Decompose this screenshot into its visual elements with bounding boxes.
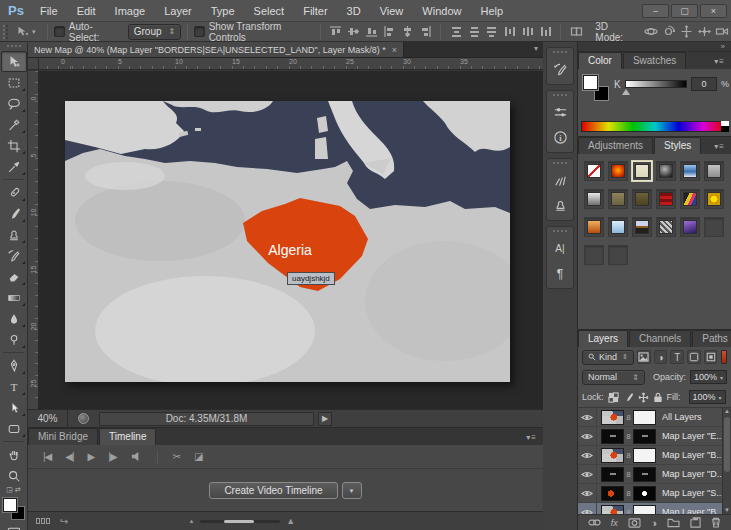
distribute-horizontal-centers-icon[interactable] [520,24,536,39]
3d-roll-icon[interactable] [661,24,677,39]
dodge-tool[interactable] [1,329,27,350]
style-swatch-dark-olive[interactable] [632,189,652,209]
color-panel-menu-icon[interactable]: ▾≡ [708,54,731,69]
auto-align-layers-icon[interactable] [568,24,584,39]
eraser-tool[interactable] [1,266,27,287]
new-layer-icon[interactable] [690,517,701,528]
audio-mute-button[interactable] [124,449,149,464]
canvas-viewport[interactable]: 0510152025 [28,71,543,409]
magic-wand-tool[interactable] [1,114,27,135]
layer-mask-thumbnail[interactable] [633,448,656,463]
history-panel-icon[interactable] [547,57,573,82]
options-bar-grip[interactable] [3,25,8,39]
panel-group-grip[interactable] [553,51,567,55]
panel-group-grip[interactable] [553,94,567,98]
timeline-panel-menu-icon[interactable]: ▾≡ [520,430,543,445]
style-swatch-orange-glow[interactable] [608,161,628,181]
timeline-zoom-handle[interactable] [224,520,254,523]
close-button[interactable]: × [700,4,727,18]
gradient-tool[interactable] [1,287,27,308]
transition-button[interactable]: ◪ [187,449,209,464]
align-top-edges-icon[interactable] [328,24,344,39]
layer-filtering-toggle[interactable] [721,350,728,364]
new-adjustment-layer-icon[interactable]: ◑ [651,517,658,529]
k-slider-thumb[interactable] [622,89,630,95]
foreground-background-swatches[interactable] [3,498,25,520]
filter-adjustment-layers-icon[interactable]: ◑ [654,350,668,364]
lock-pixels-icon[interactable] [623,391,634,404]
layer-style-fx-icon[interactable]: fx [611,518,618,528]
distribute-left-edges-icon[interactable] [502,24,518,39]
fill-field[interactable]: 100% ▾ [689,390,726,404]
next-frame-button[interactable]: |▶ [101,449,123,464]
menu-file[interactable]: File [40,5,58,17]
status-options-arrow[interactable]: ▶ [318,412,332,426]
scroll-down-arrow[interactable]: ▼ [723,507,731,513]
align-left-edges-icon[interactable] [382,24,398,39]
rectangular-marquee-tool[interactable] [1,72,27,93]
layer-name[interactable]: Map Layer "E... [662,431,722,441]
menu-view[interactable]: View [380,5,404,17]
layer-name[interactable]: Map Layer "B... [662,507,722,514]
menu-window[interactable]: Window [422,5,461,17]
style-swatch-noise[interactable] [656,217,676,237]
tab-channels[interactable]: Channels [629,330,691,347]
brush-panel-icon[interactable] [547,168,573,193]
map-document[interactable]: Algeria uaydjshkjd [65,101,510,382]
style-swatch-orange-gradient[interactable] [584,217,604,237]
layer-thumbnail[interactable] [601,486,624,501]
tab-styles[interactable]: Styles [654,137,701,154]
properties-panel-icon[interactable] [547,100,573,125]
quick-mask-button[interactable] [1,522,27,530]
shape-tool[interactable] [1,418,27,439]
swap-colors-icon[interactable]: ◲⇄ [0,486,27,494]
go-to-first-frame-button[interactable]: |◀ [36,449,58,464]
play-button[interactable]: ▶ [81,449,102,464]
zoom-in-mountain-icon[interactable]: ▲ [286,516,295,526]
k-value-field[interactable]: 0 [691,77,717,91]
menu-layer[interactable]: Layer [164,5,192,17]
distribute-right-edges-icon[interactable] [538,24,554,39]
panel-group-grip[interactable] [553,230,567,234]
maximize-button[interactable]: ▢ [671,4,698,18]
crop-tool[interactable] [1,135,27,156]
create-timeline-dropdown-button[interactable]: ▾ [342,482,362,499]
3d-pan-icon[interactable] [679,24,695,39]
layer-thumbnail[interactable] [601,505,624,515]
history-brush-tool[interactable] [1,245,27,266]
menu-image[interactable]: Image [115,5,146,17]
tab-adjustments[interactable]: Adjustments [578,137,653,154]
pen-tool[interactable] [1,355,27,376]
move-tool[interactable] [1,51,27,72]
show-transform-checkbox[interactable] [194,26,204,37]
menu-select[interactable]: Select [254,5,285,17]
layer-name[interactable]: Map Layer "D... [662,469,722,479]
filter-type-layers-icon[interactable]: T [670,350,684,364]
layer-visibility-toggle[interactable] [578,446,597,464]
style-swatch-empty-1[interactable] [704,217,724,237]
lock-transparency-icon[interactable] [608,391,619,404]
delete-layer-icon[interactable] [711,517,721,528]
style-swatch-dark-sphere[interactable] [656,161,676,181]
frame-view-icon[interactable] [36,518,50,524]
tab-layers[interactable]: Layers [578,330,628,347]
layer-mask-thumbnail[interactable] [633,505,656,515]
tab-mini-bridge[interactable]: Mini Bridge [28,428,98,445]
foreground-color-swatch[interactable] [583,75,598,90]
style-swatch-no-style[interactable] [584,161,604,181]
layer-visibility-toggle[interactable] [578,484,597,502]
menu-edit[interactable]: Edit [77,5,96,17]
layer-name[interactable]: Map Layer "S... [662,488,722,498]
create-video-timeline-button[interactable]: Create Video Timeline [209,482,337,499]
layer-visibility-toggle[interactable] [578,465,597,483]
minimize-button[interactable]: – [642,4,669,18]
layer-mask-thumbnail[interactable] [633,429,656,444]
timeline-zoom-slider[interactable] [200,520,280,523]
tab-paths[interactable]: Paths [692,330,731,347]
style-swatch-empty-3[interactable] [608,245,628,265]
style-swatch-cream[interactable] [632,161,652,181]
menu-3d[interactable]: 3D [347,5,361,17]
style-swatch-blue-sky[interactable] [680,161,700,181]
panel-group-grip[interactable] [553,162,567,166]
3d-orbit-icon[interactable] [643,24,659,39]
